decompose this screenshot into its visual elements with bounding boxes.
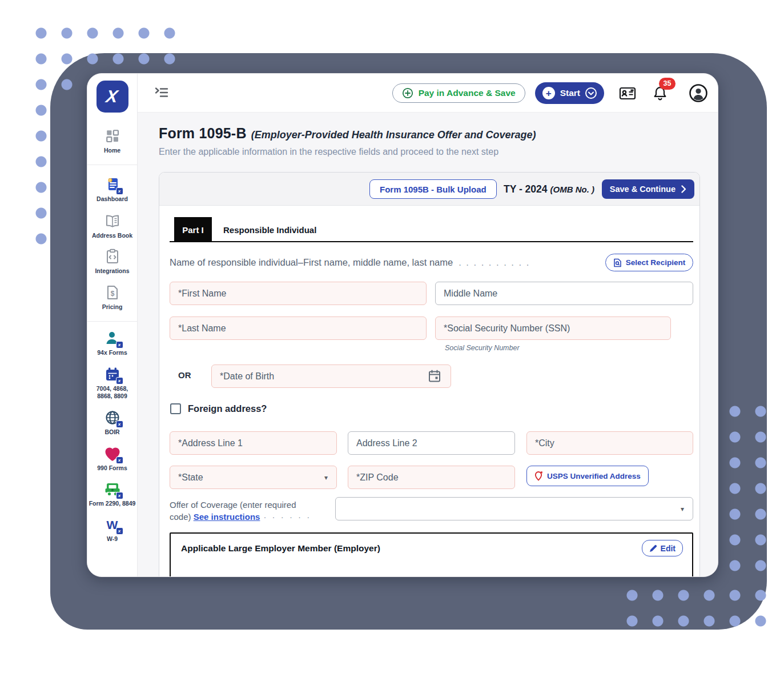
see-instructions-link[interactable]: See instructions bbox=[194, 512, 260, 522]
recipient-label: Name of responsible individual–First nam… bbox=[170, 257, 453, 268]
document-search-icon bbox=[613, 258, 622, 267]
sidebar-divider bbox=[87, 165, 138, 165]
recipient-label-row: Name of responsible individual–First nam… bbox=[170, 257, 604, 268]
svg-text:$: $ bbox=[110, 289, 114, 297]
dot-pattern-bottom bbox=[626, 589, 780, 640]
globe-icon: x bbox=[104, 409, 121, 426]
notifications-bell[interactable]: 35 bbox=[653, 86, 667, 101]
topbar-actions: Pay in Advance & Save + Start bbox=[392, 74, 708, 113]
part-divider-line bbox=[170, 241, 693, 242]
sidebar-item-94x-forms[interactable]: x 94x Forms bbox=[89, 330, 136, 356]
sidebar-item-home[interactable]: Home bbox=[89, 127, 136, 154]
user-avatar[interactable] bbox=[689, 83, 708, 103]
address-line2-input[interactable] bbox=[348, 431, 515, 455]
sidebar-item-990-forms[interactable]: x 990 Forms bbox=[89, 445, 136, 472]
notification-count-badge: 35 bbox=[659, 78, 676, 90]
topbar: Pay in Advance & Save + Start bbox=[138, 74, 718, 113]
panel-header-strip: Form 1095B - Bulk Upload TY - 2024(OMB N… bbox=[159, 173, 699, 206]
offer-of-coverage-label-line2: code) See instructions· · · · · · bbox=[170, 512, 311, 522]
tax-year: TY - 2024(OMB No. ) bbox=[504, 183, 594, 195]
save-continue-button[interactable]: Save & Continue bbox=[602, 179, 694, 199]
w9-icon: W x bbox=[104, 516, 121, 533]
sidebar-item-boir[interactable]: x BOIR bbox=[89, 409, 136, 436]
pay-in-advance-label: Pay in Advance & Save bbox=[419, 88, 516, 98]
person-forms-icon: x bbox=[104, 330, 121, 347]
form-panel: Form 1095B - Bulk Upload TY - 2024(OMB N… bbox=[159, 172, 700, 577]
ssn-helper-text: Social Security Number bbox=[445, 344, 520, 352]
save-continue-label: Save & Continue bbox=[610, 185, 676, 194]
form-title-note: (Employer-Provided Health Insurance Offe… bbox=[251, 129, 536, 141]
first-name-input[interactable] bbox=[170, 282, 427, 305]
pricing-icon: $ bbox=[104, 284, 121, 301]
usps-unverified-button[interactable]: USPS Unverified Address bbox=[526, 466, 649, 486]
address-book-icon bbox=[104, 213, 121, 230]
foreign-address-label: Foreign address? bbox=[188, 403, 267, 414]
foreign-address-row[interactable]: Foreign address? bbox=[170, 403, 267, 414]
brand-badge: x bbox=[116, 492, 123, 499]
heart-icon: x bbox=[104, 445, 121, 462]
pay-in-advance-button[interactable]: Pay in Advance & Save bbox=[392, 83, 525, 103]
omb-note: (OMB No. ) bbox=[550, 185, 594, 194]
foreign-address-checkbox[interactable] bbox=[170, 403, 181, 414]
edit-label: Edit bbox=[661, 544, 676, 553]
sidebar-item-label: W-9 bbox=[107, 535, 118, 543]
sidebar-item-address-book[interactable]: Address Book bbox=[89, 213, 136, 239]
page: Pay in Advance & Save + Start bbox=[0, 0, 784, 677]
plus-icon: + bbox=[542, 87, 555, 99]
sidebar-item-pricing[interactable]: $ Pricing bbox=[89, 284, 136, 311]
brand-logo[interactable]: X bbox=[97, 81, 128, 113]
brand-badge: x bbox=[116, 456, 123, 464]
date-of-birth-input[interactable] bbox=[211, 364, 451, 388]
sidebar-item-dashboard[interactable]: i x Dashboard bbox=[89, 176, 136, 203]
start-button[interactable]: + Start bbox=[535, 82, 604, 104]
ssn-input[interactable] bbox=[435, 317, 671, 340]
sidebar-divider bbox=[87, 321, 138, 322]
dot-pattern-top-left-2 bbox=[35, 78, 86, 104]
sidebar-item-label: Address Book bbox=[92, 232, 132, 239]
dot-pattern-left-column bbox=[35, 104, 61, 258]
sidebar-item-integrations[interactable]: Integrations bbox=[89, 248, 136, 275]
part-label: Part I bbox=[174, 217, 212, 242]
brand-badge: x bbox=[116, 420, 123, 428]
sidebar-item-label: Integrations bbox=[95, 267, 129, 275]
sidebar-item-label: Dashboard bbox=[97, 195, 128, 203]
bulk-upload-button[interactable]: Form 1095B - Bulk Upload bbox=[369, 179, 497, 199]
main-content: Form 1095-B(Employer-Provided Health Ins… bbox=[138, 113, 718, 576]
select-recipient-button[interactable]: Select Recipient bbox=[605, 254, 693, 271]
offer-of-coverage-select[interactable] bbox=[335, 497, 693, 520]
sidebar-toggle-icon[interactable] bbox=[155, 86, 168, 99]
page-subtitle: Enter the applicable information in the … bbox=[159, 147, 498, 157]
middle-name-input[interactable] bbox=[435, 282, 693, 305]
chevron-down-icon bbox=[585, 87, 597, 99]
city-input[interactable] bbox=[526, 431, 693, 455]
truck-icon: x bbox=[104, 480, 121, 498]
svg-text:i: i bbox=[110, 178, 111, 182]
integrations-icon bbox=[104, 248, 121, 265]
leader-dots: · · · · · · bbox=[263, 512, 311, 522]
chevron-right-icon bbox=[681, 185, 686, 193]
sidebar-item-w9[interactable]: W x W-9 bbox=[89, 516, 136, 543]
pencil-icon bbox=[649, 544, 657, 552]
dot-pattern-right bbox=[729, 405, 780, 585]
zip-input[interactable] bbox=[348, 466, 515, 489]
sidebar-item-2290-forms[interactable]: x Form 2290, 8849 bbox=[89, 480, 136, 507]
app-window: Pay in Advance & Save + Start bbox=[87, 73, 718, 577]
sidebar-item-extension-forms[interactable]: x 7004, 4868, 8868, 8809 bbox=[89, 366, 136, 400]
offer-of-coverage-label-line1: Offer of Coverage (enter required bbox=[170, 500, 296, 510]
or-label: OR bbox=[178, 370, 191, 380]
sidebar-item-label: Pricing bbox=[102, 303, 123, 311]
state-select[interactable] bbox=[170, 466, 337, 489]
edit-employer-button[interactable]: Edit bbox=[642, 540, 683, 556]
brand-badge: x bbox=[116, 377, 123, 384]
address-line1-input[interactable] bbox=[170, 431, 337, 455]
last-name-input[interactable] bbox=[170, 317, 427, 340]
location-pin-x-icon bbox=[534, 471, 543, 481]
home-grid-icon bbox=[104, 127, 121, 145]
brand-logo-mark: X bbox=[105, 88, 119, 105]
page-title: Form 1095-B(Employer-Provided Health Ins… bbox=[159, 125, 536, 142]
circle-plus-icon bbox=[402, 87, 413, 99]
employer-section-box: Applicable Large Employer Member (Employ… bbox=[170, 532, 693, 577]
brand-badge: x bbox=[116, 187, 123, 195]
usps-unverified-label: USPS Unverified Address bbox=[547, 472, 641, 480]
contact-card-icon[interactable] bbox=[619, 86, 636, 101]
